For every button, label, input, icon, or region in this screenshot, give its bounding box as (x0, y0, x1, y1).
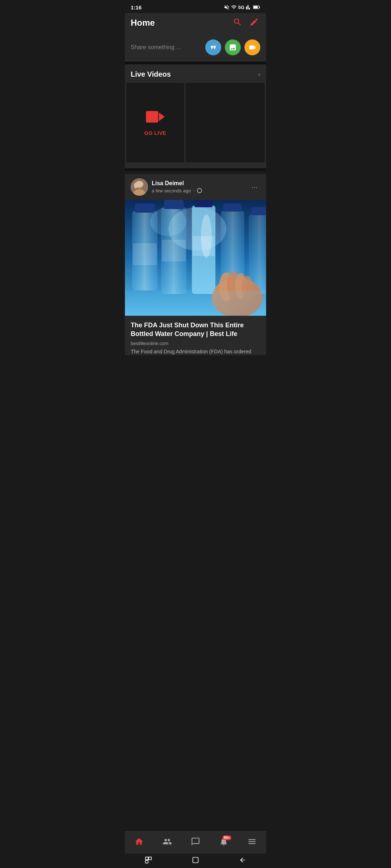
svg-rect-17 (164, 200, 184, 209)
svg-marker-4 (159, 112, 165, 121)
notification-badge: 99+ (222, 835, 231, 840)
share-placeholder[interactable]: Share something ... (131, 44, 181, 51)
svg-rect-32 (125, 290, 266, 316)
svg-rect-14 (135, 204, 155, 213)
author-name: Lisa Deimel (152, 180, 202, 187)
home-button[interactable] (189, 854, 202, 868)
live-videos-title: Live Videos (131, 70, 171, 78)
friends-icon (163, 837, 172, 848)
post-more-button[interactable]: ··· (248, 182, 260, 193)
live-videos-header: Live Videos › (125, 70, 266, 83)
photo-button[interactable] (225, 39, 241, 55)
page-title: Home (131, 18, 155, 28)
nav-notifications[interactable]: 99+ (213, 835, 234, 850)
status-icons: 5G (224, 4, 260, 10)
svg-rect-2 (259, 7, 260, 8)
status-time: 1:16 (131, 4, 142, 10)
signal-icon (246, 4, 252, 10)
post-image (125, 200, 266, 316)
recent-apps-button[interactable] (142, 854, 155, 868)
post-author-details: Lisa Deimel a few seconds ago · (152, 180, 202, 194)
video-button[interactable] (244, 39, 260, 55)
quote-button[interactable] (205, 39, 221, 55)
network-type: 5G (238, 5, 244, 10)
quote-icon (209, 43, 217, 51)
mute-icon (224, 4, 230, 10)
svg-rect-33 (146, 857, 148, 860)
messages-icon (191, 837, 200, 848)
avatar (131, 178, 148, 196)
search-button[interactable] (231, 16, 244, 29)
menu-icon (247, 837, 257, 848)
bottles-svg (125, 200, 266, 316)
wifi-icon (231, 4, 237, 10)
post-header: Lisa Deimel a few seconds ago · ··· (125, 174, 266, 200)
avatar-image (131, 178, 148, 196)
share-bar: Share something ... (125, 34, 266, 61)
search-icon (233, 17, 242, 27)
svg-rect-15 (133, 243, 157, 265)
go-live-icon (146, 110, 165, 127)
bottom-spacer (125, 355, 266, 391)
nav-friends[interactable] (157, 835, 178, 850)
header-icons (231, 16, 260, 29)
svg-rect-36 (193, 857, 198, 863)
article-info: The FDA Just Shut Down This Entire Bottl… (125, 316, 266, 355)
system-nav (125, 854, 266, 868)
nav-menu[interactable] (241, 835, 262, 850)
article-source: bestlifeonline.com (131, 341, 260, 346)
svg-rect-26 (251, 207, 266, 215)
post-time: a few seconds ago (152, 188, 191, 193)
nav-home[interactable] (129, 835, 150, 850)
share-actions (205, 39, 260, 55)
post-author-info: Lisa Deimel a few seconds ago · (131, 178, 202, 196)
post-card: Lisa Deimel a few seconds ago · ··· (125, 174, 266, 355)
meta-separator: · (193, 187, 194, 194)
svg-rect-34 (149, 857, 152, 860)
live-videos-arrow[interactable]: › (258, 71, 260, 78)
video-icon (248, 43, 256, 51)
svg-point-22 (201, 214, 212, 258)
bottom-nav: 99+ (125, 831, 266, 854)
svg-rect-3 (146, 111, 158, 123)
article-title: The FDA Just Shut Down This Entire Bottl… (131, 321, 260, 339)
svg-rect-35 (146, 860, 148, 863)
battery-icon (253, 4, 260, 10)
article-preview: The Food and Drug Administration (FDA) h… (131, 348, 260, 356)
back-button[interactable] (236, 854, 249, 868)
post-divider (125, 168, 266, 171)
live-videos-grid: GO LIVE (125, 83, 266, 162)
svg-rect-18 (162, 240, 186, 261)
photo-icon (229, 43, 237, 51)
post-meta: a few seconds ago · (152, 187, 202, 194)
svg-rect-24 (223, 204, 241, 212)
nav-messages[interactable] (185, 835, 206, 850)
edit-icon (249, 17, 259, 27)
live-videos-section: Live Videos › GO LIVE (125, 64, 266, 168)
svg-rect-20 (194, 200, 213, 207)
section-divider (125, 61, 266, 64)
home-icon (134, 837, 144, 848)
status-bar: 1:16 5G (125, 0, 266, 13)
header: Home (125, 13, 266, 34)
live-placeholder-card (186, 83, 265, 162)
svg-point-9 (134, 183, 138, 188)
go-live-card[interactable]: GO LIVE (126, 83, 184, 162)
svg-rect-1 (253, 6, 258, 8)
edit-button[interactable] (248, 16, 260, 29)
globe-icon (197, 188, 202, 193)
go-live-label: GO LIVE (144, 130, 166, 136)
